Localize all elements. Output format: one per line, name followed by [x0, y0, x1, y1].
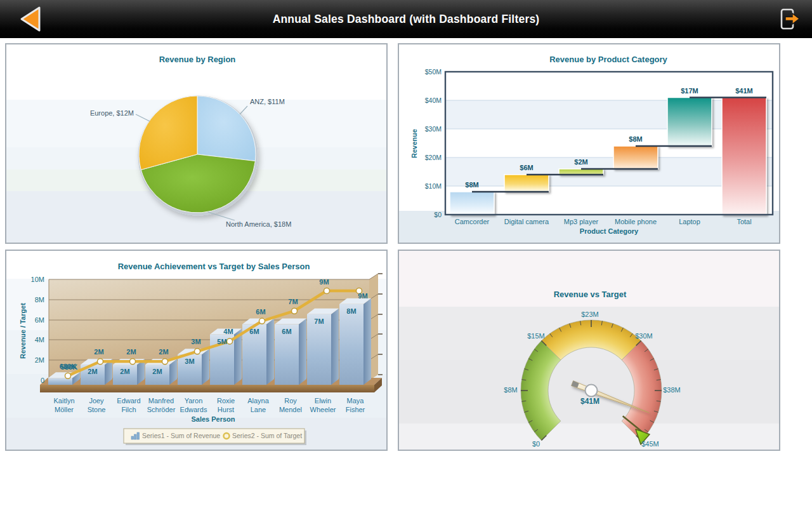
bar-value-label: 2M — [152, 368, 162, 375]
pie-chart[interactable]: Revenue by Region ANZ, $11M Europe, $12M… — [6, 44, 386, 243]
x-category: Mp3 player — [564, 218, 599, 225]
x-category: Yaron — [185, 397, 203, 404]
waterfall-bar-mobile-phone[interactable] — [613, 146, 658, 169]
bar-line-chart[interactable]: Revenue Achievement vs Target by Sales P… — [6, 251, 386, 450]
column-roy-mendel-side[interactable] — [299, 319, 306, 385]
x-category: Total — [737, 218, 751, 225]
dashboard-app: Annual Sales Dashboard (with Dashboard F… — [0, 0, 812, 508]
column-elwin-wheeler-side[interactable] — [331, 309, 339, 385]
pie-label-anz: ANZ, $11M — [250, 98, 285, 105]
bar-value-label: 7M — [314, 318, 324, 325]
waterfall-bar-digital-camera[interactable] — [504, 175, 549, 192]
target-line-point — [324, 288, 330, 293]
bar-value-label: $8M — [465, 181, 478, 189]
bar-value-label: $2M — [574, 158, 587, 166]
target-line-point — [195, 349, 200, 354]
legend-item-target[interactable]: Series2 - Sum of Target — [232, 432, 302, 439]
y-tick: $40M — [425, 97, 442, 104]
bar-value-label: 5M — [217, 338, 226, 345]
bar-value-label: 6M — [282, 328, 291, 335]
x-category: Laptop — [679, 218, 700, 225]
column-maya-fisher-side[interactable] — [363, 298, 371, 385]
y-axis-title: Revenue / Target — [19, 303, 27, 359]
column-yaron-edwards-side[interactable] — [202, 349, 209, 385]
x-category: Hurst — [218, 406, 234, 413]
bar-value-label: $17M — [681, 87, 698, 95]
panel-revenue-by-product-category: Revenue by Product Category $8M$6M$2M$8M… — [398, 43, 780, 244]
chart-title: Revenue vs Target — [554, 290, 627, 299]
panel-revenue-vs-target-by-sales-person: Revenue Achievement vs Target by Sales P… — [5, 250, 388, 451]
y-tick: 10M — [31, 276, 44, 283]
y-tick: $20M — [425, 154, 442, 161]
x-category: Lane — [251, 406, 266, 413]
line-value-label: 9M — [319, 278, 329, 286]
y-tick: 0 — [41, 377, 44, 384]
x-category: Digital camera — [504, 218, 549, 225]
bar-value-label: 2M — [120, 368, 129, 375]
bar-value-label: 3M — [185, 358, 194, 365]
bar-value-label: $8M — [629, 135, 642, 143]
y-tick: $0 — [434, 211, 442, 218]
column-alayna-lane-side[interactable] — [266, 319, 274, 385]
panel-revenue-by-region: Revenue by Region ANZ, $11M Europe, $12M… — [5, 43, 388, 244]
column-maya-fisher[interactable] — [339, 304, 363, 385]
chart-title: Revenue by Product Category — [549, 55, 667, 64]
legend-item-revenue[interactable]: Series1 - Sum of Revenue — [142, 432, 220, 439]
needle-hub — [586, 385, 598, 397]
x-category: Mobile phone — [615, 218, 657, 225]
line-value-label: 3M — [191, 338, 200, 345]
leader-line-europe — [136, 114, 150, 121]
y-tick: $50M — [425, 68, 442, 76]
x-category: Möller — [55, 406, 74, 413]
x-category: Elwin — [315, 397, 331, 404]
floor-front — [40, 385, 374, 392]
pie-slice-anz[interactable] — [197, 96, 256, 161]
x-category: Filch — [121, 406, 136, 413]
x-category: Maya — [347, 397, 365, 404]
bar-value-label: 6M — [249, 328, 259, 335]
x-category: Alayna — [247, 397, 270, 404]
x-axis-title: Product Category — [580, 227, 639, 235]
y-tick: 4M — [35, 336, 44, 344]
target-line-point — [65, 373, 71, 378]
x-category: Roy — [284, 397, 297, 404]
target-line-point — [227, 338, 233, 344]
y-axis-title: Revenue — [410, 129, 418, 158]
x-category: Joey — [89, 397, 104, 404]
x-category: Wheeler — [310, 406, 336, 413]
leader-line-north-america — [208, 212, 235, 220]
x-category: Stone — [88, 406, 106, 413]
gauge-tick-label: $8M — [504, 386, 517, 394]
chart-title: Revenue Achievement vs Target by Sales P… — [118, 262, 310, 271]
page-title: Annual Sales Dashboard (with Dashboard F… — [0, 0, 812, 38]
waterfall-bar-total[interactable] — [722, 98, 766, 215]
bar-value-label: 2M — [88, 368, 97, 375]
x-category: Edwards — [180, 406, 207, 413]
bar-value-label: $41M — [735, 87, 753, 95]
target-line-point — [162, 359, 168, 364]
waterfall-bar-camcorder[interactable] — [450, 192, 494, 215]
gauge-tick-label: $15M — [527, 332, 545, 340]
chart-title: Revenue by Region — [159, 55, 236, 64]
target-line-point — [259, 318, 265, 324]
x-category: Fisher — [346, 406, 365, 413]
x-category: Mendel — [279, 406, 302, 413]
x-category: Edward — [117, 397, 140, 404]
x-category: Schröder — [147, 406, 176, 413]
export-arrow-icon — [785, 13, 799, 24]
pie-label-europe: Europe, $12M — [90, 109, 134, 117]
line-value-label: 7M — [288, 298, 298, 305]
waterfall-bar-mp3-player[interactable] — [559, 169, 603, 175]
waterfall-chart[interactable]: Revenue by Product Category $8M$6M$2M$8M… — [399, 44, 779, 243]
gauge-tick-label: $30M — [635, 332, 653, 340]
export-button[interactable] — [775, 6, 804, 32]
gauge-tick-label: $38M — [663, 386, 681, 394]
line-value-label: 2M — [159, 348, 168, 356]
line-series-icon — [224, 433, 230, 439]
legend: Series1 - Sum of Revenue Series2 - Sum o… — [124, 429, 306, 445]
x-axis-title: Sales Person — [191, 415, 235, 423]
target-line-point — [98, 359, 103, 364]
gauge-chart[interactable]: Revenue vs Target $0 $8M $15M $23M $30M … — [399, 251, 779, 450]
y-tick: 6M — [35, 316, 44, 324]
waterfall-bar-laptop[interactable] — [667, 98, 712, 147]
